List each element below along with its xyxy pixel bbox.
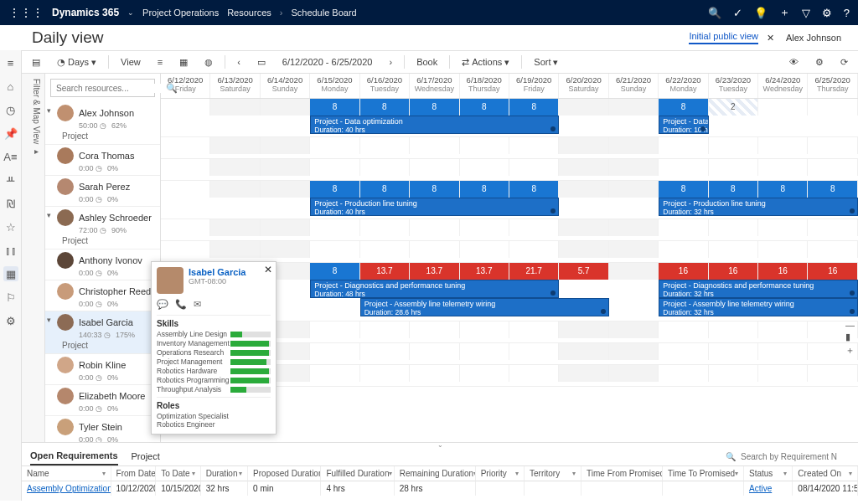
sort-dropdown[interactable]: Sort ▾	[529, 55, 563, 69]
allocation-cell[interactable]	[609, 99, 659, 116]
allocation-cell[interactable]	[559, 137, 608, 154]
allocation-cell[interactable]: 13.7	[360, 263, 410, 280]
allocation-cell[interactable]	[161, 219, 210, 236]
nav-text-icon[interactable]: A≡	[3, 149, 18, 164]
project-bar[interactable]: Project - Data optimizationDuration: 40 …	[310, 116, 559, 134]
allocation-cell[interactable]	[659, 343, 708, 360]
nav-calendar-icon[interactable]: ▦	[3, 266, 18, 281]
allocation-cell[interactable]	[310, 241, 359, 258]
phone-icon[interactable]: 📞	[175, 299, 187, 310]
resource-row[interactable]: Robin Kline0:00 ◷0%	[45, 354, 160, 385]
table-cell[interactable]: 10/15/2020	[156, 481, 201, 496]
allocation-cell[interactable]	[509, 137, 559, 154]
allocation-cell[interactable]	[709, 365, 758, 382]
resource-row[interactable]: Elizabeth Moore0:00 ◷0%	[45, 385, 160, 416]
day-header[interactable]: 6/16/2020Tuesday	[360, 74, 410, 98]
day-header[interactable]: 6/24/2020Wednesday	[758, 74, 808, 98]
nav-recent-icon[interactable]: ◷	[3, 102, 18, 117]
zoom-slider-icon[interactable]: ▮	[845, 332, 855, 342]
expand-icon[interactable]: ▾	[47, 106, 51, 115]
allocation-cell[interactable]: 8	[310, 99, 359, 116]
help-icon[interactable]: ?	[844, 7, 850, 19]
allocation-cell[interactable]	[210, 159, 260, 176]
breadcrumb-schedule-board[interactable]: Schedule Board	[291, 8, 356, 18]
nav-hamburger-icon[interactable]: ≡	[3, 55, 18, 70]
lightbulb-icon[interactable]: 💡	[754, 7, 768, 19]
table-cell[interactable]: 4 hrs	[321, 481, 394, 496]
refresh-icon[interactable]: ⟳	[835, 55, 853, 69]
allocation-cell[interactable]	[410, 343, 459, 360]
allocation-cell[interactable]	[559, 343, 608, 360]
expand-icon[interactable]: ▾	[47, 316, 51, 324]
allocation-cell[interactable]: 16	[709, 263, 758, 280]
search-icon[interactable]: 🔍	[726, 452, 736, 461]
column-header[interactable]: Status▾	[744, 466, 793, 481]
search-icon[interactable]: 🔍	[708, 7, 721, 19]
tab-open-requirements[interactable]: Open Requirements	[30, 447, 118, 465]
allocation-cell[interactable]: 8	[509, 99, 559, 116]
allocation-cell[interactable]	[509, 159, 559, 176]
table-cell[interactable]	[663, 481, 744, 496]
column-header[interactable]: Created On▾	[793, 466, 858, 481]
allocation-cell[interactable]	[310, 219, 359, 236]
allocation-cell[interactable]	[609, 137, 659, 154]
allocation-cell[interactable]: 16	[808, 263, 857, 280]
prev-range-icon[interactable]: ‹	[232, 55, 246, 69]
nav-settings-icon[interactable]: ⚙	[3, 313, 18, 328]
resource-row[interactable]: ▾Isabel Garcia140:33 ◷175%Project	[45, 311, 160, 354]
nav-flag-icon[interactable]: ⚐	[3, 290, 18, 305]
allocation-cell[interactable]	[509, 343, 559, 360]
allocation-cell[interactable]	[758, 343, 808, 360]
allocation-cell[interactable]: 5.7	[559, 263, 608, 280]
allocation-cell[interactable]	[460, 159, 509, 176]
allocation-cell[interactable]	[509, 219, 559, 236]
allocation-cell[interactable]	[609, 219, 659, 236]
day-header[interactable]: 6/23/2020Tuesday	[709, 74, 758, 98]
allocation-cell[interactable]	[261, 219, 310, 236]
allocation-cell[interactable]	[709, 321, 758, 338]
allocation-cell[interactable]	[360, 241, 410, 258]
allocation-cell[interactable]	[410, 159, 459, 176]
resource-row[interactable]: Christopher Reed0:00 ◷0%	[45, 280, 160, 311]
days-dropdown[interactable]: ◔ Days ▾	[52, 55, 101, 69]
allocation-cell[interactable]: 8	[460, 181, 509, 198]
allocation-cell[interactable]: 8	[758, 181, 808, 198]
gear-small-icon[interactable]: ⚙	[810, 55, 829, 69]
day-header[interactable]: 6/20/2020Saturday	[559, 74, 608, 98]
allocation-cell[interactable]	[758, 241, 808, 258]
task-icon[interactable]: ✓	[733, 7, 742, 19]
allocation-cell[interactable]: 16	[758, 263, 808, 280]
column-header[interactable]: From Date▾	[111, 466, 157, 481]
allocation-cell[interactable]	[709, 241, 758, 258]
allocation-cell[interactable]	[360, 219, 410, 236]
allocation-cell[interactable]: 8	[808, 181, 857, 198]
allocation-cell[interactable]	[460, 241, 509, 258]
table-cell[interactable]: 0 min	[248, 481, 321, 496]
allocation-cell[interactable]	[261, 159, 310, 176]
nav-pin-icon[interactable]: 📌	[3, 126, 18, 141]
day-header[interactable]: 6/13/2020Saturday	[210, 74, 260, 98]
allocation-cell[interactable]	[310, 365, 359, 382]
allocation-cell[interactable]	[709, 137, 758, 154]
allocation-cell[interactable]	[460, 137, 509, 154]
allocation-cell[interactable]	[460, 219, 509, 236]
hours-toggle-icon[interactable]: ▤	[27, 55, 45, 69]
allocation-cell[interactable]	[659, 241, 708, 258]
allocation-cell[interactable]	[559, 241, 608, 258]
allocation-cell[interactable]	[161, 159, 210, 176]
allocation-cell[interactable]: 8	[410, 181, 459, 198]
allocation-cell[interactable]	[559, 365, 608, 382]
view-selector[interactable]: Initial public view	[689, 31, 758, 44]
day-header[interactable]: 6/15/2020Monday	[310, 74, 359, 98]
day-header[interactable]: 6/25/2020Thursday	[808, 74, 857, 98]
table-cell[interactable]: 10/12/2020	[111, 481, 157, 496]
table-cell[interactable]	[476, 481, 525, 496]
resource-row[interactable]: Sarah Perez0:00 ◷0%	[45, 176, 160, 207]
allocation-cell[interactable]: 8	[659, 181, 708, 198]
allocation-cell[interactable]	[609, 365, 659, 382]
allocation-cell[interactable]: 8	[659, 99, 708, 116]
allocation-cell[interactable]	[310, 159, 359, 176]
column-header[interactable]: Name▾	[22, 466, 111, 481]
resource-row[interactable]: Cora Thomas0:00 ◷0%	[45, 145, 160, 176]
breadcrumb-resources[interactable]: Resources	[227, 8, 271, 18]
